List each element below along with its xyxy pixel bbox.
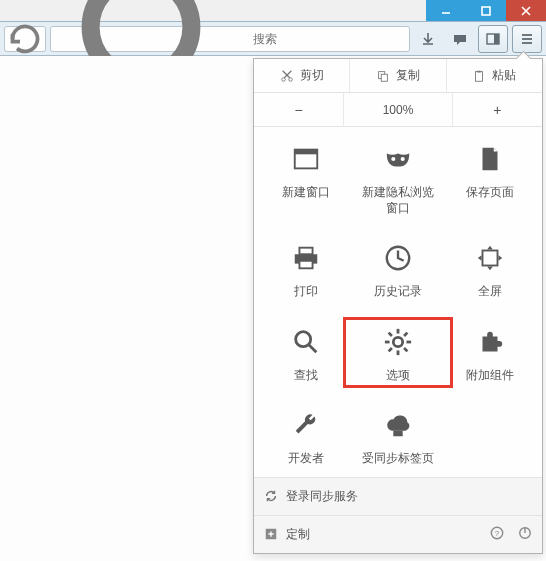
paste-label: 粘贴 (492, 67, 516, 84)
puzzle-icon (472, 324, 508, 360)
download-icon (420, 31, 436, 47)
svg-rect-25 (299, 261, 312, 269)
zoom-row: − 100% + (254, 93, 542, 127)
zoom-out-button[interactable]: − (254, 93, 343, 126)
cut-label: 剪切 (300, 67, 324, 84)
history-icon (380, 240, 416, 276)
menu-grid: 新建窗口 新建隐私浏览窗口 保存页面 打印 历史记录 全屏 (254, 127, 542, 477)
svg-rect-16 (381, 74, 387, 81)
minimize-button[interactable] (426, 0, 466, 21)
power-button[interactable] (518, 526, 532, 543)
print-icon (288, 240, 324, 276)
menu-footer: 定制 ? (254, 515, 542, 553)
search-box[interactable] (50, 26, 410, 52)
paste-icon (472, 69, 486, 83)
svg-point-11 (281, 77, 285, 81)
svg-line-37 (389, 348, 392, 351)
svg-rect-7 (494, 34, 499, 44)
hamburger-button[interactable] (512, 25, 542, 53)
panel-icon (485, 31, 501, 47)
print-button[interactable]: 打印 (260, 240, 352, 300)
svg-rect-27 (483, 251, 498, 266)
sidebar-button[interactable] (478, 25, 508, 53)
svg-rect-17 (476, 71, 483, 81)
fullscreen-icon (472, 240, 508, 276)
edit-row: 剪切 复制 粘贴 (254, 59, 542, 93)
svg-rect-18 (478, 70, 482, 72)
reload-button[interactable] (4, 26, 46, 52)
addons-button[interactable]: 附加组件 (444, 324, 536, 384)
svg-rect-24 (299, 248, 312, 255)
plus-icon (264, 527, 278, 541)
cloud-tabs-icon (380, 407, 416, 443)
wrench-icon (288, 407, 324, 443)
find-icon (288, 324, 324, 360)
close-button[interactable] (506, 0, 546, 21)
svg-text:?: ? (495, 529, 500, 538)
copy-label: 复制 (396, 67, 420, 84)
maximize-button[interactable] (466, 0, 506, 21)
toolbar (0, 22, 546, 56)
history-button[interactable]: 历史记录 (352, 240, 444, 300)
copy-button[interactable]: 复制 (349, 59, 445, 92)
svg-rect-20 (295, 150, 318, 155)
gear-icon (380, 324, 416, 360)
svg-point-28 (296, 331, 311, 346)
svg-point-22 (401, 157, 405, 161)
downloads-button[interactable] (414, 26, 442, 52)
svg-rect-1 (482, 7, 490, 15)
help-icon: ? (490, 526, 504, 540)
sign-in-sync-button[interactable]: 登录同步服务 (254, 477, 542, 515)
fullscreen-button[interactable]: 全屏 (444, 240, 536, 300)
svg-line-29 (309, 345, 317, 353)
cut-icon (280, 69, 294, 83)
mask-icon (380, 141, 416, 177)
svg-point-12 (288, 77, 292, 81)
svg-line-35 (389, 332, 392, 335)
chat-button[interactable] (446, 26, 474, 52)
sync-icon (264, 489, 278, 503)
customize-button[interactable]: 定制 (264, 526, 310, 543)
new-private-button[interactable]: 新建隐私浏览窗口 (352, 141, 444, 216)
cut-button[interactable]: 剪切 (254, 59, 349, 92)
developer-button[interactable]: 开发者 (260, 407, 352, 467)
customize-label: 定制 (286, 526, 310, 543)
chat-icon (452, 31, 468, 47)
power-icon (518, 526, 532, 540)
zoom-in-button[interactable]: + (452, 93, 542, 126)
svg-line-36 (404, 348, 407, 351)
hamburger-icon (519, 31, 535, 47)
reload-icon (5, 19, 45, 59)
svg-point-30 (393, 337, 402, 346)
svg-rect-39 (393, 431, 402, 437)
window-icon (288, 141, 324, 177)
synced-tabs-button[interactable]: 受同步标签页 (352, 407, 444, 467)
paste-button[interactable]: 粘贴 (446, 59, 542, 92)
save-page-button[interactable]: 保存页面 (444, 141, 536, 216)
find-button[interactable]: 查找 (260, 324, 352, 384)
zoom-level[interactable]: 100% (343, 93, 451, 126)
page-icon (472, 141, 508, 177)
search-input[interactable] (253, 32, 403, 46)
help-button[interactable]: ? (490, 526, 504, 543)
new-window-button[interactable]: 新建窗口 (260, 141, 352, 216)
sync-label: 登录同步服务 (286, 488, 358, 505)
options-button[interactable]: 选项 (343, 317, 453, 389)
copy-icon (376, 69, 390, 83)
hamburger-menu: 剪切 复制 粘贴 − 100% + 新建窗口 新建隐私浏览窗口 (253, 58, 543, 554)
svg-line-38 (404, 332, 407, 335)
grid-empty (444, 407, 536, 467)
svg-point-21 (391, 157, 395, 161)
page-content: 剪切 复制 粘贴 − 100% + 新建窗口 新建隐私浏览窗口 (0, 56, 546, 561)
